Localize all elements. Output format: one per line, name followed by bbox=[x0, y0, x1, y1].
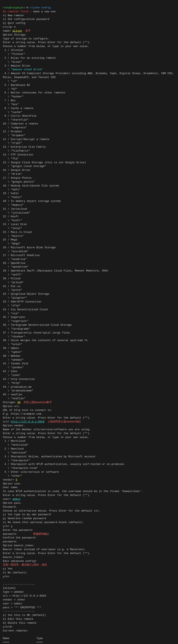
prompt: root@raspbian bbox=[3, 6, 23, 9]
terminal-output: root@raspbian:~# rclone config No remote… bbox=[3, 2, 175, 644]
